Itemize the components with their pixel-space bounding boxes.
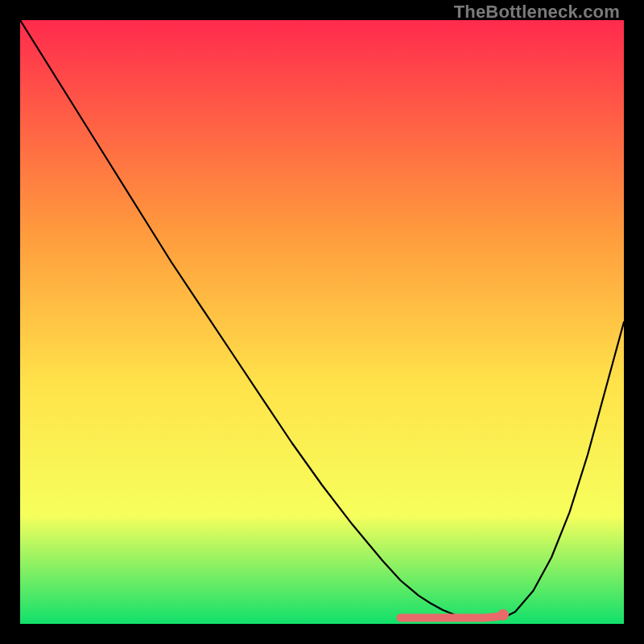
gradient-background: [20, 20, 624, 624]
bottleneck-chart: [20, 20, 624, 624]
chart-frame: [20, 20, 624, 624]
highlight-end-dot: [497, 609, 509, 621]
highlight-stroke: [401, 615, 504, 618]
